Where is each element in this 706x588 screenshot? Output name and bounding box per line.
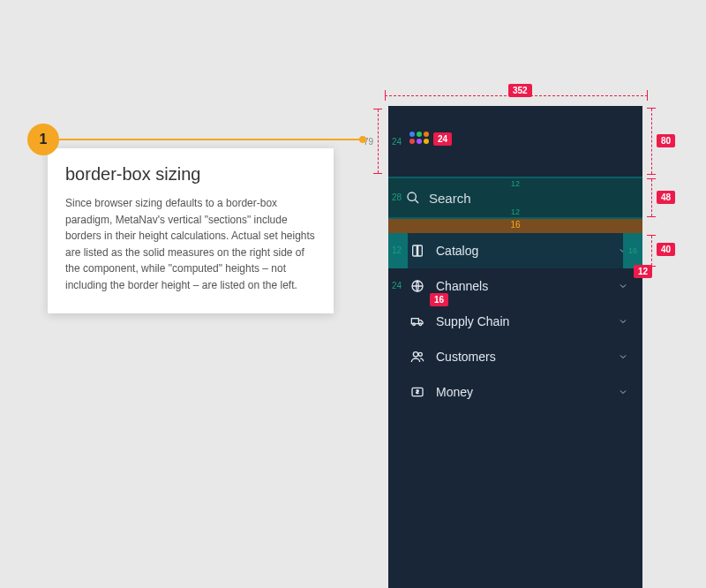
book-icon — [409, 243, 425, 259]
nav-item-channels[interactable]: Channels — [388, 268, 642, 304]
globe-icon — [409, 278, 425, 294]
svg-line-1 — [415, 200, 418, 203]
dimension-brand-computed: 79 — [369, 106, 387, 177]
row-left-pad-label: 12 — [392, 245, 402, 255]
nav-item-supply-chain[interactable]: Supply Chain — [388, 304, 642, 339]
chevron-down-icon — [618, 316, 628, 327]
dimension-row-actual-label: 40 — [657, 243, 675, 256]
section-divider: 16 — [388, 219, 642, 233]
nav-item-pad-right-block: 16 — [623, 233, 642, 268]
brand-row — [388, 106, 642, 177]
search-bottom-pad-label: 12 — [511, 207, 520, 216]
metanav-panel: 12 Search 12 16 Catalog 16 Channels — [388, 106, 642, 588]
brand-left-pad-label: 24 — [392, 137, 402, 147]
nav-item-money[interactable]: Money — [388, 374, 642, 410]
brand-icon-size-pin: 24 — [433, 132, 452, 146]
chevron-down-icon — [618, 351, 628, 362]
money-icon — [409, 384, 425, 400]
dimension-search-actual-label: 48 — [657, 191, 675, 204]
svg-point-6 — [413, 352, 417, 357]
divider-height-label: 16 — [510, 220, 520, 230]
callout-connector-line — [59, 139, 363, 140]
svg-point-7 — [418, 352, 422, 356]
search-icon — [406, 191, 420, 205]
chevron-down-icon — [618, 387, 628, 397]
chevron-size-pin: 12 — [634, 265, 652, 278]
row-left-pad-label-2: 24 — [392, 281, 402, 290]
nav-item-label: Channels — [436, 279, 607, 293]
brand-logo-icon — [409, 132, 429, 151]
search-top-pad-label: 12 — [511, 179, 520, 188]
callout-body: Since browser sizing defaults to a borde… — [65, 195, 316, 294]
svg-point-0 — [408, 192, 416, 200]
callout-title: border-box sizing — [65, 164, 316, 185]
nav-item-label: Customers — [436, 350, 607, 364]
search-label: Search — [429, 191, 471, 206]
nav-item-label: Supply Chain — [436, 314, 607, 328]
svg-rect-3 — [411, 319, 418, 324]
dimension-width-label: 352 — [508, 84, 532, 97]
search-row[interactable]: 12 Search 12 — [388, 177, 642, 219]
icon-text-gap-pin: 16 — [430, 293, 448, 306]
callout-card: border-box sizing Since browser sizing d… — [48, 148, 334, 313]
truck-icon — [409, 313, 425, 329]
dimension-brand-actual-label: 80 — [657, 134, 675, 147]
nav-item-label: Catalog — [436, 244, 607, 258]
nav-item-catalog[interactable]: Catalog 16 — [388, 233, 642, 268]
search-left-pad-label: 28 — [392, 192, 402, 202]
nav-item-customers[interactable]: Customers — [388, 339, 642, 374]
nav-item-label: Money — [436, 385, 607, 399]
chevron-down-icon — [618, 281, 628, 291]
callout-badge: 1 — [27, 124, 59, 155]
nav-list: Catalog 16 Channels Supply Chain — [388, 233, 642, 588]
users-icon — [409, 349, 425, 365]
